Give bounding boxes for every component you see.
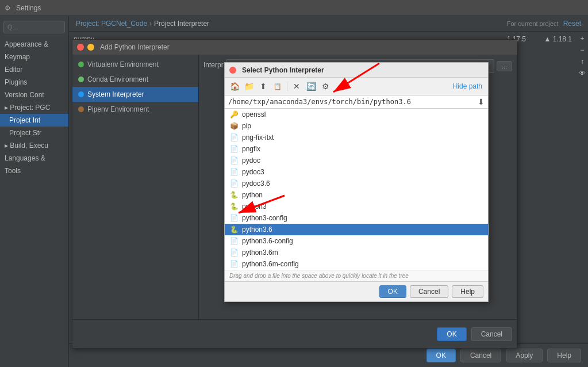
search-box[interactable] [3,21,65,33]
toolbar-home-btn[interactable]: 🏠 [228,80,241,93]
path-input[interactable] [228,98,478,106]
interpreter-browse-btn[interactable]: ... [497,61,512,71]
add-interpreter-title: Add Python Interpreter [100,43,170,51]
ok-button[interactable]: OK [426,349,456,362]
add-interpreter-min-btn[interactable] [87,44,94,51]
file-item-pngfix[interactable]: 📄 pngfix [225,143,488,155]
add-interpreter-ok-btn[interactable]: OK [437,327,466,341]
cancel-button[interactable]: Cancel [460,349,501,362]
toolbar-up-btn[interactable]: ⬆ [257,80,270,93]
file-item-png-fix-itxt[interactable]: 📄 png-fix-itxt [225,132,488,143]
file-item-pydoc36[interactable]: 📄 pydoc3.6 [225,178,488,189]
select-close-btn[interactable] [229,67,236,74]
select-title-bar: Select Python Interpreter [225,63,488,78]
file-item-python3-config[interactable]: 📄 python3-config [225,212,488,224]
toolbar-separator [287,81,287,91]
file-list[interactable]: 🔑 openssl 📦 pip 📄 png-fix-itxt 📄 pngfix … [225,109,488,270]
select-help-btn[interactable]: Help [452,285,483,298]
hide-path-button[interactable]: Hide path [451,81,485,91]
file-item-pydoc3[interactable]: 📄 pydoc3 [225,166,488,178]
file-icon-openssl: 🔑 [229,110,239,119]
system-interpreter-label: System Interpreter [87,90,144,98]
virtualenv-icon [78,62,84,67]
title-bar: ⚙ Settings [0,0,588,16]
sidebar-item-keymap[interactable]: Keymap [0,51,68,63]
drag-hint: Drag and drop a file into the space abov… [225,270,488,281]
upgrade-package-btn[interactable]: ↑ [578,57,587,66]
file-item-openssl[interactable]: 🔑 openssl [225,109,488,120]
select-interpreter-title: Select Python Interpreter [242,66,324,74]
file-icon-python3: 🐍 [229,202,239,211]
interpreter-label: Interpr [203,61,224,69]
apply-button[interactable]: Apply [506,349,543,362]
sidebar-item-editor[interactable]: Editor [0,63,68,76]
remove-package-btn[interactable]: − [578,45,587,55]
reset-button[interactable]: Reset [563,20,581,28]
help-button[interactable]: Help [547,349,581,362]
file-item-python[interactable]: 🐍 python [225,189,488,201]
file-item-python36m[interactable]: 📄 python3.6m [225,247,488,258]
file-icon-python36-config: 📄 [229,236,239,246]
breadcrumb-separator: › [149,20,152,28]
virtualenv-label: Virtualenv Environment [87,60,159,68]
file-name-python: python [242,191,263,199]
sidebar-item-build[interactable]: ▸ Build, Execu [0,139,68,152]
file-name-pydoc3: pydoc3 [242,168,264,176]
toolbar-folder-btn[interactable]: 📁 [243,80,255,93]
sidebar: Appearance & Keymap Editor Plugins Versi… [0,16,69,367]
select-ok-btn[interactable]: OK [379,285,406,298]
add-interpreter-cancel-btn[interactable]: Cancel [471,327,512,341]
breadcrumb: Project: PGCNet_Code › Project Interpret… [76,20,209,28]
toolbar-gear-btn[interactable]: ⚙ [319,80,332,93]
sidebar-conda[interactable]: Conda Environment [72,72,198,87]
download-icon: ⬇ [478,97,485,106]
toolbar-refresh-btn[interactable]: 🔄 [305,80,317,93]
file-item-python36[interactable]: 🐍 python3.6 [225,224,488,235]
conda-icon [78,77,84,82]
sidebar-item-project[interactable]: ▸ Project: PGC [0,101,68,114]
sidebar-item-project-interpreter[interactable]: Project Int [0,114,68,127]
sidebar-item-project-structure[interactable]: Project Str [0,127,68,139]
sidebar-item-version-control[interactable]: Version Cont [0,89,68,101]
file-item-python36-config[interactable]: 📄 python3.6-config [225,235,488,247]
sidebar-virtualenv[interactable]: Virtualenv Environment [72,57,198,72]
top-bar: Project: PGCNet_Code › Project Interpret… [69,16,588,32]
file-name-python3-config: python3-config [242,214,287,222]
file-icon-png-fix: 📄 [229,133,239,142]
current-project-label: For current project [507,20,559,27]
file-item-python3[interactable]: 🐍 python3 [225,201,488,212]
file-name-python36m-config: python3.6m-config [242,260,299,268]
toolbar-copy-path-btn[interactable]: 📋 [271,80,284,93]
add-interpreter-close-btn[interactable] [77,44,84,51]
select-cancel-btn[interactable]: Cancel [410,285,448,298]
select-toolbar: 🏠 📁 ⬆ 📋 ✕ 🔄 ⚙ Hide path [225,78,488,95]
search-input[interactable] [7,24,61,30]
file-name-pngfix: pngfix [242,145,260,153]
sidebar-item-appearance[interactable]: Appearance & [0,38,68,51]
page-title: Project Interpreter [154,20,209,28]
file-item-python36m-config[interactable]: 📄 python3.6m-config [225,258,488,270]
file-icon-pydoc36: 📄 [229,179,239,188]
side-controls: + − ↑ 👁 [577,32,588,343]
select-dialog-bottom: OK Cancel Help [225,281,488,301]
file-item-pydoc[interactable]: 📄 pydoc [225,155,488,166]
add-package-btn[interactable]: + [578,34,587,43]
sidebar-system-interpreter[interactable]: System Interpreter [72,87,198,102]
window-title: Settings [16,4,41,12]
file-name-python36-config: python3.6-config [242,237,293,245]
pipenv-icon [78,106,84,112]
top-bar-right: For current project Reset [507,20,581,28]
sidebar-item-tools[interactable]: Tools [0,165,68,177]
add-interpreter-bottom: OK Cancel [72,319,517,348]
add-interpreter-sidebar: Virtualenv Environment Conda Environment… [72,55,199,319]
sidebar-item-languages[interactable]: Languages & [0,152,68,165]
sidebar-item-plugins[interactable]: Plugins [0,76,68,89]
toolbar-close-btn[interactable]: ✕ [290,80,303,93]
sidebar-pipenv[interactable]: Pipenv Environment [72,102,198,117]
eye-icon[interactable]: 👁 [578,68,587,78]
file-item-pip[interactable]: 📦 pip [225,120,488,132]
file-name-png-fix: png-fix-itxt [242,133,274,142]
file-name-pydoc: pydoc [242,156,260,165]
file-name-python36m: python3.6m [242,249,278,257]
file-icon-python3-config: 📄 [229,213,239,223]
